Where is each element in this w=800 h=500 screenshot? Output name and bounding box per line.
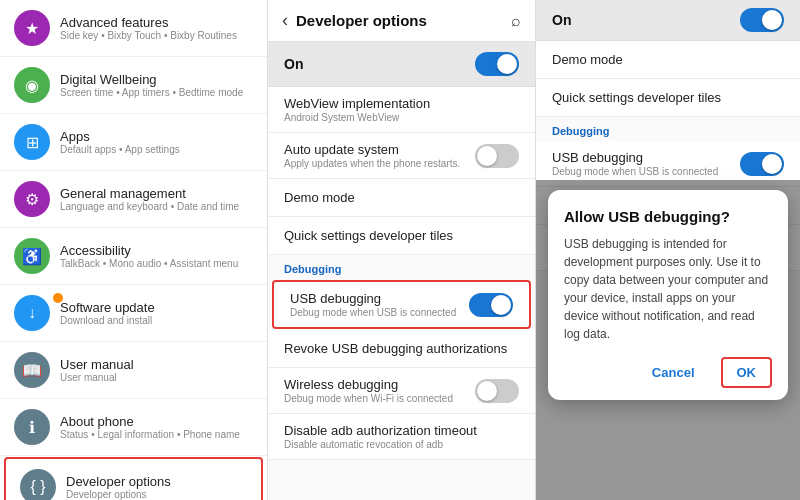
general-title: General management [60,186,239,201]
demo-mode-label: Demo mode [284,190,519,205]
right-on-label: On [552,12,571,28]
sidebar-item-general[interactable]: ⚙General managementLanguage and keyboard… [0,171,267,228]
right-main-toggle[interactable] [740,8,784,32]
right-quick-settings[interactable]: Quick settings developer tiles [536,79,800,117]
apps-icon: ⊞ [14,124,60,160]
demo-mode-item[interactable]: Demo mode [268,179,535,217]
quick-settings-item[interactable]: Quick settings developer tiles [268,217,535,255]
usb-debugging-item[interactable]: USB debugging Debug mode when USB is con… [272,280,531,329]
developer-icon-circle: { } [20,469,56,500]
disable-adb-item: Disable adb authorization timeout Disabl… [268,414,535,460]
quick-settings-label: Quick settings developer tiles [284,228,519,243]
software-icon-circle: ↓ [14,295,50,331]
middle-panel: ‹ Developer options ⌕ On WebView impleme… [268,0,536,500]
dialog-title: Allow USB debugging? [564,208,772,225]
ok-button[interactable]: OK [721,357,773,388]
disable-adb-sub: Disable automatic revocation of adb [284,439,519,450]
dialog-overlay: Allow USB debugging? USB debugging is in… [536,180,800,500]
dialog-buttons: Cancel OK [564,357,772,388]
general-icon-circle: ⚙ [14,181,50,217]
revoke-label: Revoke USB debugging authorizations [284,341,519,356]
accessibility-icon: ♿ [14,238,60,274]
digital-title: Digital Wellbeing [60,72,243,87]
on-label: On [284,56,303,72]
search-icon[interactable]: ⌕ [511,12,521,30]
sidebar-item-digital[interactable]: ◉Digital WellbeingScreen time • App time… [0,57,267,114]
advanced-title: Advanced features [60,15,237,30]
allow-usb-dialog: Allow USB debugging? USB debugging is in… [548,190,788,400]
manual-icon: 📖 [14,352,60,388]
mid-on-toggle-row: On [268,42,535,87]
manual-title: User manual [60,357,134,372]
sidebar-item-software[interactable]: ↓Software updateDownload and install [0,285,267,342]
digital-sub: Screen time • App timers • Bedtime mode [60,87,243,98]
debug-section-label: Debugging [268,255,535,279]
right-usb-sub: Debug mode when USB is connected [552,166,718,177]
sidebar-item-developer[interactable]: { }Developer optionsDeveloper options [4,457,263,500]
wireless-title: Wireless debugging [284,377,453,392]
advanced-sub: Side key • Bixby Touch • Bixby Routines [60,30,237,41]
mid-title: Developer options [296,12,511,29]
accessibility-icon-circle: ♿ [14,238,50,274]
revoke-item[interactable]: Revoke USB debugging authorizations [268,330,535,368]
right-demo-mode[interactable]: Demo mode [536,41,800,79]
digital-icon: ◉ [14,67,60,103]
webview-item: WebView implementation Android System We… [268,87,535,133]
right-on-row: On [536,0,800,41]
manual-sub: User manual [60,372,134,383]
sidebar-item-advanced[interactable]: ★Advanced featuresSide key • Bixby Touch… [0,0,267,57]
software-sub: Download and install [60,315,155,326]
developer-sub: Developer options [66,489,171,500]
apps-title: Apps [60,129,180,144]
about-icon-circle: ℹ [14,409,50,445]
wireless-debug-toggle[interactable] [475,379,519,403]
developer-icon: { } [20,469,66,500]
general-icon: ⚙ [14,181,60,217]
developer-title: Developer options [66,474,171,489]
advanced-icon-circle: ★ [14,10,50,46]
disable-adb-title: Disable adb authorization timeout [284,423,519,438]
webview-title: WebView implementation [284,96,430,111]
dialog-body: USB debugging is intended for developmen… [564,235,772,343]
software-notification-dot [53,293,63,303]
auto-update-sub: Apply updates when the phone restarts. [284,158,460,169]
mid-header: ‹ Developer options ⌕ [268,0,535,42]
apps-sub: Default apps • App settings [60,144,180,155]
right-usb-toggle[interactable] [740,152,784,176]
about-icon: ℹ [14,409,60,445]
accessibility-sub: TalkBack • Mono audio • Assistant menu [60,258,238,269]
right-panel: On Demo mode Quick settings developer ti… [536,0,800,500]
sidebar-item-manual[interactable]: 📖User manualUser manual [0,342,267,399]
webview-sub: Android System WebView [284,112,430,123]
about-sub: Status • Legal information • Phone name [60,429,240,440]
accessibility-title: Accessibility [60,243,238,258]
usb-debug-sub: Debug mode when USB is connected [290,307,456,318]
back-button[interactable]: ‹ [282,10,288,31]
about-title: About phone [60,414,240,429]
auto-update-toggle[interactable] [475,144,519,168]
software-title: Software update [60,300,155,315]
manual-icon-circle: 📖 [14,352,50,388]
cancel-button[interactable]: Cancel [638,357,709,388]
usb-debug-title: USB debugging [290,291,456,306]
digital-icon-circle: ◉ [14,67,50,103]
sidebar-item-apps[interactable]: ⊞AppsDefault apps • App settings [0,114,267,171]
wireless-debug-item: Wireless debugging Debug mode when Wi-Fi… [268,368,535,414]
usb-debug-toggle[interactable] [469,293,513,317]
main-toggle[interactable] [475,52,519,76]
general-sub: Language and keyboard • Date and time [60,201,239,212]
software-icon: ↓ [14,295,60,331]
auto-update-title: Auto update system [284,142,460,157]
sidebar-item-accessibility[interactable]: ♿AccessibilityTalkBack • Mono audio • As… [0,228,267,285]
right-debug-section: Debugging [536,117,800,141]
right-usb-title: USB debugging [552,150,718,165]
wireless-sub: Debug mode when Wi-Fi is connected [284,393,453,404]
advanced-icon: ★ [14,10,60,46]
apps-icon-circle: ⊞ [14,124,50,160]
sidebar-item-about[interactable]: ℹAbout phoneStatus • Legal information •… [0,399,267,456]
left-panel: ★Advanced featuresSide key • Bixby Touch… [0,0,268,500]
auto-update-item: Auto update system Apply updates when th… [268,133,535,179]
